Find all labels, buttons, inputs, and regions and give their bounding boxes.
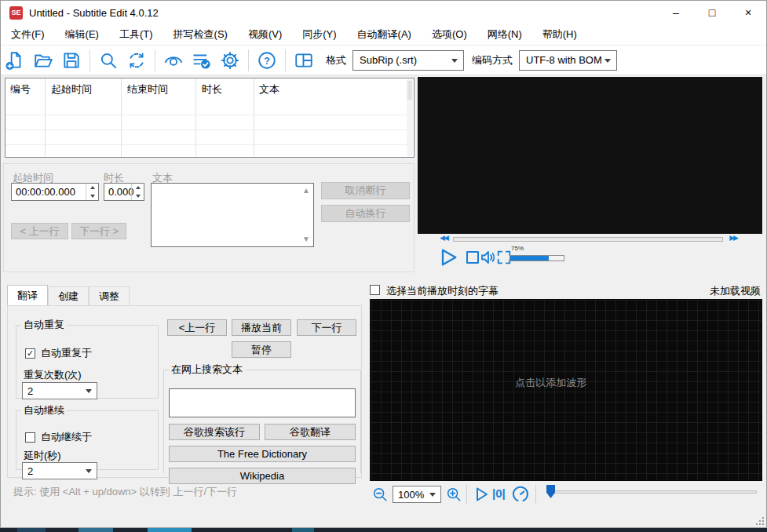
play-current-button[interactable]: 播放当前 (232, 319, 291, 336)
menu-options[interactable]: 选项(O) (422, 24, 477, 45)
video-display (418, 77, 762, 234)
spinner-buttons[interactable] (86, 184, 98, 200)
find-icon[interactable] (97, 49, 120, 71)
divider (535, 485, 536, 504)
spinner-buttons[interactable] (131, 184, 144, 200)
waveform-zoom-select[interactable]: 100% (393, 486, 441, 503)
play-from-start-button[interactable]: |0| (492, 486, 506, 500)
menu-network[interactable]: 网络(N) (477, 24, 532, 45)
column-header-start[interactable]: 起始时间 (51, 78, 122, 100)
playback-speed-icon[interactable] (511, 485, 530, 504)
seek-forward-icon[interactable]: ▶▶ (729, 234, 737, 242)
scroll-up-icon[interactable]: ▲ (302, 188, 310, 194)
textarea-scrollbar[interactable]: ▲ ▼ (300, 184, 312, 246)
seek-back-icon[interactable]: ◀◀ (440, 234, 447, 242)
free-dictionary-button[interactable]: The Free Dictionary (169, 446, 356, 462)
chevron-down-icon (86, 389, 92, 393)
layout-icon[interactable] (292, 49, 316, 71)
duration-input[interactable]: 0.000 (104, 183, 144, 201)
divider (466, 485, 467, 504)
previous-line-button[interactable]: < 上一行 (11, 223, 68, 239)
select-current-subtitle-checkbox[interactable] (370, 285, 380, 295)
auto-continue-checkbox[interactable] (25, 432, 35, 443)
web-search-input[interactable] (169, 388, 356, 417)
auto-repeat-checkbox[interactable]: ✓ (25, 348, 35, 359)
menu-sync[interactable]: 同步(Y) (292, 24, 346, 45)
waveform-play-button[interactable] (472, 485, 491, 504)
tab-create[interactable]: 创建 (48, 286, 89, 305)
open-folder-icon[interactable] (31, 49, 55, 71)
repeat-count-select[interactable]: 2 (22, 382, 97, 399)
select-current-subtitle-label: 选择当前播放时刻的字幕 (386, 284, 499, 298)
menu-bar: 文件(F) 编辑(E) 工具(T) 拼写检查(S) 视频(V) 同步(Y) 自动… (1, 24, 766, 46)
replace-icon[interactable] (125, 49, 148, 71)
encoding-select[interactable]: UTF-8 with BOM (519, 50, 617, 71)
tab-adjust[interactable]: 调整 (89, 286, 130, 305)
tab-translate[interactable]: 翻译 (7, 285, 48, 305)
row-divider (5, 115, 414, 115)
menu-video[interactable]: 视频(V) (238, 24, 292, 45)
new-file-icon[interactable] (3, 49, 27, 71)
web-search-group: 在网上搜索文本 谷歌搜索该行 谷歌翻译 The Free Dictionary … (163, 363, 361, 473)
column-header-text[interactable]: 文本 (259, 78, 400, 100)
delay-select[interactable]: 2 (22, 462, 97, 479)
waveform-zoom-in-icon[interactable] (445, 486, 462, 503)
visual-sync-icon[interactable] (162, 49, 185, 71)
format-select[interactable]: SubRip (.srt) (352, 50, 464, 71)
start-time-input[interactable]: 00:00:00.000 (11, 183, 99, 201)
taskbar-app-fragment (148, 528, 192, 532)
chevron-down-icon (604, 59, 611, 63)
waveform-zoom-out-icon[interactable] (371, 486, 389, 503)
next-line-button[interactable]: 下一行 (297, 319, 356, 336)
auto-continue-legend: 自动继续 (21, 403, 67, 417)
settings-gear-icon[interactable] (218, 49, 242, 71)
unbreak-lines-button[interactable]: 取消断行 (321, 182, 410, 199)
translate-tab-pane: 自动重复 ✓ 自动重复于 重复次数(次) 2 自动继续 自动继续于 延时(秒) … (7, 305, 362, 478)
scrollbar-thumb[interactable] (407, 81, 412, 100)
chevron-down-icon (451, 59, 458, 63)
menu-tools[interactable]: 工具(T) (109, 24, 163, 45)
waveform-canvas[interactable]: 点击以添加波形 (370, 299, 762, 481)
waveform-position-slider[interactable] (554, 490, 757, 494)
spell-check-icon[interactable] (190, 49, 214, 71)
close-button[interactable]: × (730, 1, 766, 24)
prev-line-button[interactable]: <上一行 (167, 319, 227, 336)
help-icon[interactable]: ? (255, 49, 279, 71)
video-seek-row: ◀◀ ▶▶ (418, 235, 762, 244)
save-icon[interactable] (60, 49, 83, 71)
waveform-placeholder: 点击以添加波形 (515, 376, 586, 390)
column-header-duration[interactable]: 时长 (202, 78, 254, 100)
wikipedia-button[interactable]: Wikipedia (169, 468, 356, 484)
maximize-button[interactable]: □ (694, 1, 730, 24)
resize-grip[interactable] (756, 517, 764, 525)
auto-wrap-button[interactable]: 自动换行 (321, 205, 410, 222)
delay-label: 延时(秒) (24, 449, 61, 463)
repeat-count-label: 重复次数(次) (24, 368, 82, 382)
slider-thumb[interactable] (546, 485, 555, 498)
encoding-value: UTF-8 with BOM (526, 54, 602, 66)
subtitle-text-input[interactable]: ▲ ▼ (151, 183, 314, 247)
list-scrollbar[interactable] (407, 79, 413, 156)
next-line-button[interactable]: 下一行 > (71, 223, 126, 239)
menu-file[interactable]: 文件(F) (1, 24, 55, 45)
volume-slider[interactable] (510, 255, 564, 261)
pause-button[interactable]: 暂停 (232, 341, 291, 358)
taskbar-app-fragment (79, 528, 113, 532)
window-title: Untitled - Subtitle Edit 4.0.12 (29, 7, 159, 19)
auto-repeat-checkbox-label: 自动重复于 (41, 346, 92, 360)
video-seek-bar[interactable] (453, 237, 723, 242)
menu-help[interactable]: 帮助(H) (532, 24, 587, 45)
menu-edit[interactable]: 编辑(E) (55, 24, 109, 45)
google-search-line-button[interactable]: 谷歌搜索该行 (169, 424, 260, 440)
column-header-end[interactable]: 结束时间 (127, 78, 196, 100)
play-button[interactable] (437, 246, 461, 268)
app-logo-icon: SE (9, 6, 23, 20)
minimize-button[interactable]: – (658, 1, 694, 24)
taskbar-app-fragment (17, 528, 46, 532)
column-header-number[interactable]: 编号 (10, 78, 45, 100)
google-translate-button[interactable]: 谷歌翻译 (265, 424, 356, 440)
column-divider (121, 78, 122, 157)
menu-autotranslate[interactable]: 自动翻译(A) (347, 24, 422, 45)
menu-spellcheck[interactable]: 拼写检查(S) (163, 24, 238, 45)
scroll-down-icon[interactable]: ▼ (302, 236, 310, 242)
